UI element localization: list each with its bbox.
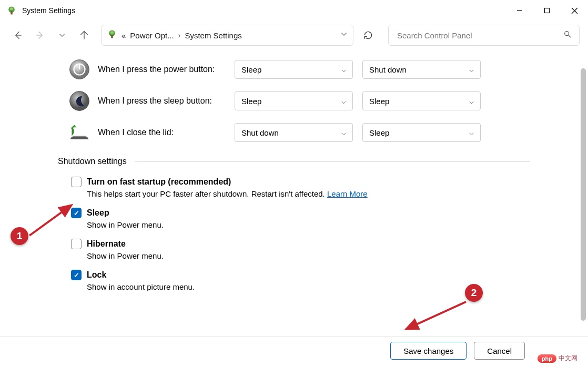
dropdown-lid-battery[interactable]: Shut down⌵ bbox=[235, 123, 353, 142]
row-label: When I press the power button: bbox=[98, 65, 235, 74]
option-description: Show in account picture menu. bbox=[87, 282, 567, 291]
row-label: When I close the lid: bbox=[98, 128, 235, 137]
annotation-arrow-1 bbox=[26, 200, 79, 242]
checkbox-lock[interactable] bbox=[71, 270, 82, 280]
checkbox-fast-startup[interactable] bbox=[71, 177, 82, 187]
breadcrumb-item-2[interactable]: System Settings bbox=[185, 31, 241, 40]
option-sleep: Sleep Show in Power menu. bbox=[71, 205, 567, 236]
divider bbox=[135, 161, 530, 162]
option-description: Show in Power menu. bbox=[87, 220, 567, 229]
option-label: Sleep bbox=[87, 208, 109, 218]
forward-button[interactable] bbox=[31, 26, 49, 45]
chevron-down-icon[interactable] bbox=[340, 30, 348, 40]
option-description: Show in Power menu. bbox=[87, 251, 567, 260]
svg-point-12 bbox=[110, 31, 114, 34]
svg-point-13 bbox=[565, 32, 569, 36]
app-icon bbox=[6, 5, 17, 16]
moon-icon bbox=[68, 90, 90, 112]
watermark-text: 中文网 bbox=[559, 354, 577, 363]
window-title: System Settings bbox=[22, 6, 75, 15]
section-title: Shutdown settings bbox=[58, 157, 127, 166]
svg-rect-11 bbox=[111, 35, 113, 38]
option-description: This helps start your PC faster after sh… bbox=[87, 189, 567, 198]
option-fast-startup: Turn on fast startup (recommended) This … bbox=[71, 174, 567, 205]
divider bbox=[0, 336, 588, 337]
laptop-icon bbox=[68, 121, 90, 144]
annotation-arrow-2 bbox=[400, 300, 473, 337]
chevron-down-icon: ⌵ bbox=[469, 65, 474, 74]
minimize-button[interactable] bbox=[506, 0, 533, 21]
title-bar-left: System Settings bbox=[6, 5, 75, 16]
title-bar: System Settings bbox=[0, 0, 588, 21]
search-icon[interactable] bbox=[563, 30, 572, 40]
dropdown-sleep-plugged[interactable]: Sleep⌵ bbox=[362, 91, 481, 110]
up-button[interactable] bbox=[75, 26, 94, 45]
svg-rect-4 bbox=[545, 8, 550, 13]
close-button[interactable] bbox=[561, 0, 588, 21]
row-power-button: When I press the power button: Sleep⌵ Sh… bbox=[68, 55, 567, 84]
row-close-lid: When I close the lid: Shut down⌵ Sleep⌵ bbox=[68, 118, 567, 147]
save-changes-button[interactable]: Save changes bbox=[390, 342, 467, 360]
svg-line-19 bbox=[29, 205, 72, 236]
annotation-callout-2: 2 bbox=[465, 284, 483, 302]
scrollbar[interactable] bbox=[581, 68, 586, 321]
window-controls bbox=[506, 0, 588, 21]
back-button[interactable] bbox=[8, 26, 27, 45]
breadcrumb-prefix: « bbox=[121, 31, 126, 40]
chevron-down-icon: ⌵ bbox=[469, 96, 474, 106]
recent-locations-button[interactable] bbox=[53, 26, 72, 45]
content-area: When I press the power button: Sleep⌵ Sh… bbox=[0, 53, 588, 335]
row-sleep-button: When I press the sleep button: Sleep⌵ Sl… bbox=[68, 86, 567, 116]
power-icon bbox=[68, 58, 90, 80]
chevron-down-icon: ⌵ bbox=[341, 128, 346, 137]
svg-point-2 bbox=[10, 7, 14, 10]
option-label: Turn on fast startup (recommended) bbox=[87, 177, 231, 187]
cancel-button[interactable]: Cancel bbox=[474, 342, 525, 360]
dropdown-power-battery[interactable]: Sleep⌵ bbox=[235, 60, 353, 79]
breadcrumb-item-1[interactable]: Power Opt... bbox=[130, 31, 174, 40]
option-lock: Lock Show in account picture menu. bbox=[71, 267, 567, 298]
section-shutdown-settings: Shutdown settings bbox=[58, 157, 567, 166]
chevron-down-icon: ⌵ bbox=[341, 65, 346, 74]
breadcrumb[interactable]: « Power Opt... › System Settings bbox=[101, 25, 353, 46]
dropdown-sleep-battery[interactable]: Sleep⌵ bbox=[235, 91, 353, 110]
search-input[interactable] bbox=[396, 30, 563, 40]
watermark: php 中文网 bbox=[538, 354, 577, 363]
watermark-badge: php bbox=[538, 354, 556, 363]
dropdown-lid-plugged[interactable]: Sleep⌵ bbox=[362, 123, 481, 142]
navigation-bar: « Power Opt... › System Settings bbox=[0, 21, 588, 49]
refresh-button[interactable] bbox=[358, 25, 379, 46]
svg-line-20 bbox=[406, 302, 466, 329]
dropdown-power-plugged[interactable]: Shut down⌵ bbox=[362, 60, 481, 79]
row-label: When I press the sleep button: bbox=[98, 96, 235, 106]
option-label: Hibernate bbox=[87, 239, 126, 249]
option-hibernate: Hibernate Show in Power menu. bbox=[71, 236, 567, 267]
svg-rect-1 bbox=[11, 12, 12, 15]
svg-line-14 bbox=[569, 35, 571, 37]
chevron-down-icon: ⌵ bbox=[341, 96, 346, 106]
option-label: Lock bbox=[87, 270, 106, 280]
footer-buttons: Save changes Cancel bbox=[390, 342, 525, 360]
chevron-down-icon: ⌵ bbox=[469, 128, 474, 137]
annotation-callout-1: 1 bbox=[11, 227, 28, 245]
chevron-right-icon: › bbox=[178, 31, 181, 39]
search-box[interactable] bbox=[388, 25, 580, 46]
learn-more-link[interactable]: Learn More bbox=[327, 189, 368, 198]
maximize-button[interactable] bbox=[533, 0, 561, 21]
breadcrumb-icon bbox=[107, 29, 117, 42]
